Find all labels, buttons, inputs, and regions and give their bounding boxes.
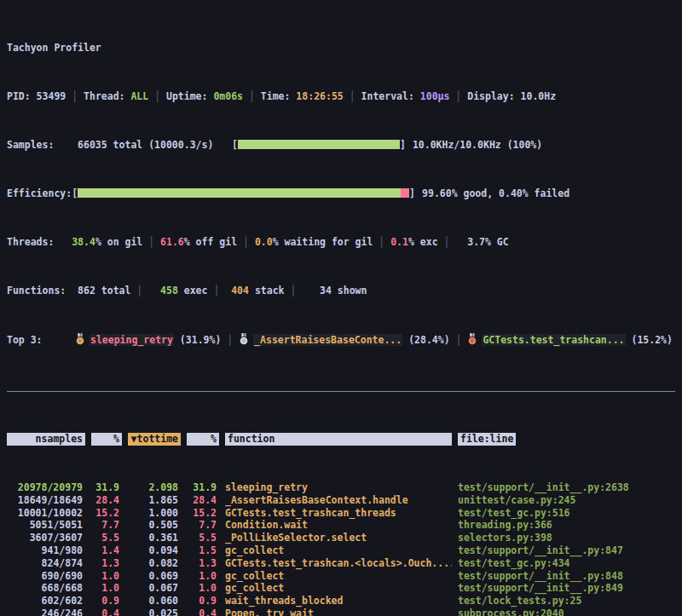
cell-cumulative-pct: 28.4 bbox=[187, 494, 219, 507]
col-header-cumulative-pct[interactable]: % bbox=[187, 433, 219, 446]
text-segment: 34 shown bbox=[320, 285, 367, 296]
cell-file-line: test/test_gc.py:434 bbox=[458, 557, 675, 570]
efficiency-bar-open-bracket: [ bbox=[72, 187, 78, 199]
cell-nsamples: 602/602 bbox=[7, 595, 85, 607]
cell-tottime: 1.000 bbox=[128, 507, 181, 520]
functions-line: Functions: 862 total │ 458 exec │ 404 st… bbox=[7, 285, 675, 297]
table-row: 3607/36075.50.3615.5_PollLikeSelector.se… bbox=[7, 532, 675, 544]
cell-direct-pct: 1.0 bbox=[91, 582, 122, 595]
samples-rate-bar bbox=[238, 140, 400, 149]
cell-cumulative-pct: 1.0 bbox=[187, 582, 219, 595]
top3-separator: │ bbox=[221, 334, 239, 346]
table-row: 18649/1864928.41.86528.4_AssertRaisesBas… bbox=[7, 494, 675, 507]
cell-nsamples: 941/980 bbox=[7, 544, 85, 557]
text-segment: % waiting for gil bbox=[273, 236, 379, 248]
cell-nsamples: 10001/10002 bbox=[7, 507, 85, 520]
cell-function: GCTests.test_trashcan.<locals>.Ouch.... bbox=[225, 557, 452, 570]
col-header-tottime-sorted[interactable]: ▼tottime bbox=[128, 433, 181, 446]
status-meta-line: PID: 53499 │ Thread: ALL │ Uptime: 0m06s… bbox=[7, 90, 675, 103]
separator-line bbox=[7, 391, 675, 392]
samples-stats: Samples: 66035 total (10000.3/s) bbox=[7, 139, 232, 152]
cell-direct-pct: 31.9 bbox=[91, 481, 122, 494]
text-segment: 18:26:55 bbox=[296, 90, 343, 102]
text-segment: 404 bbox=[231, 285, 249, 296]
table-row: 10001/1000215.21.00015.2GCTests.test_tra… bbox=[7, 507, 675, 520]
col-header-function[interactable]: function bbox=[225, 433, 452, 446]
top3-percentage: (31.9%) bbox=[174, 334, 221, 346]
cell-direct-pct: 1.3 bbox=[91, 557, 122, 570]
cell-nsamples: 5051/5051 bbox=[7, 519, 85, 532]
threads-line: Threads: 38.4% on gil │ 61.6% off gil │ … bbox=[7, 236, 675, 249]
text-segment bbox=[243, 90, 249, 102]
cell-direct-pct: 0.9 bbox=[91, 595, 122, 607]
text-segment bbox=[249, 236, 255, 248]
cell-nsamples: 20978/20979 bbox=[7, 481, 85, 494]
table-row: 5051/50517.70.5057.7Condition.waitthread… bbox=[7, 519, 675, 532]
text-segment: 100µs bbox=[420, 90, 450, 102]
col-header-direct-pct[interactable]: % bbox=[91, 433, 122, 446]
table-row: 668/6681.00.0671.0gc_collecttest/support… bbox=[7, 582, 675, 595]
samples-line: Samples: 66035 total (10000.3/s)[]10.0KH… bbox=[7, 139, 675, 152]
table-row: 941/9801.40.0941.5gc_collecttest/support… bbox=[7, 544, 675, 557]
text-segment: 3.7 bbox=[467, 236, 485, 248]
efficiency-bar-close-bracket: ] bbox=[409, 187, 415, 199]
cell-cumulative-pct: 31.9 bbox=[187, 481, 219, 494]
top3-percentage: (15.2%) bbox=[626, 334, 673, 346]
cell-tottime: 2.098 bbox=[128, 481, 181, 494]
efficiency-bar bbox=[78, 188, 409, 198]
cell-file-line: threading.py:366 bbox=[458, 519, 675, 532]
cell-direct-pct: 28.4 bbox=[91, 494, 122, 507]
cell-function: Popen._try_wait bbox=[225, 607, 452, 616]
text-segment: ALL bbox=[130, 90, 148, 102]
cell-direct-pct: 1.4 bbox=[91, 544, 122, 557]
cell-function: gc_collect bbox=[225, 570, 452, 583]
text-segment: 61.6 bbox=[160, 236, 184, 248]
cell-file-line: test/test_gc.py:516 bbox=[458, 507, 675, 520]
bronze-medal-icon bbox=[467, 333, 477, 345]
top3-percentage: (28.4%) bbox=[402, 334, 449, 346]
table-body: 20978/2097931.92.09831.9sleeping_retryte… bbox=[7, 481, 675, 616]
cell-file-line: selectors.py:398 bbox=[458, 532, 675, 544]
efficiency-line: Efficiency:[]99.60% good, 0.40% failed bbox=[7, 187, 675, 200]
cell-direct-pct: 1.0 bbox=[91, 570, 122, 583]
text-segment bbox=[142, 285, 160, 296]
cell-function: _AssertRaisesBaseContext.handle bbox=[225, 494, 452, 507]
cell-file-line: test/support/__init__.py:2638 bbox=[458, 481, 675, 494]
text-segment bbox=[449, 236, 467, 248]
cell-function: gc_collect bbox=[225, 544, 452, 557]
col-header-nsamples[interactable]: nsamples bbox=[7, 433, 85, 446]
samples-bar-fill bbox=[238, 140, 400, 149]
cell-cumulative-pct: 0.9 bbox=[187, 595, 219, 607]
cell-function: Condition.wait bbox=[225, 519, 452, 532]
silver-medal-icon bbox=[239, 333, 249, 345]
col-header-file-wrap: file:line bbox=[458, 433, 675, 446]
top3-item: _AssertRaisesBaseConte... (28.4%) bbox=[239, 334, 449, 346]
cell-direct-pct: 0.4 bbox=[91, 607, 122, 616]
cell-file-line: unittest/case.py:245 bbox=[458, 494, 675, 507]
cell-tottime: 0.069 bbox=[128, 570, 181, 583]
cell-cumulative-pct: 5.5 bbox=[187, 532, 219, 544]
table-row: 824/8741.30.0821.3GCTests.test_trashcan.… bbox=[7, 557, 675, 570]
cell-tottime: 0.094 bbox=[128, 544, 181, 557]
cell-function: gc_collect bbox=[225, 582, 452, 595]
cell-tottime: 0.025 bbox=[128, 607, 181, 616]
cell-tottime: 0.060 bbox=[128, 595, 181, 607]
cell-direct-pct: 7.7 bbox=[91, 519, 122, 532]
text-segment: 0m06s bbox=[213, 90, 243, 102]
col-header-file-line[interactable]: file:line bbox=[458, 433, 516, 446]
cell-cumulative-pct: 7.7 bbox=[187, 519, 219, 532]
app-title: Tachyon Profiler bbox=[7, 42, 675, 55]
cell-function: sleeping_retry bbox=[225, 481, 452, 494]
cell-file-line: test/support/__init__.py:847 bbox=[458, 544, 675, 557]
table-header: nsamples % ▼tottime % function file:line bbox=[7, 433, 675, 446]
text-segment: 0.1 bbox=[390, 236, 408, 248]
top3-items: sleeping_retry (31.9%) │ _AssertRaisesBa… bbox=[75, 334, 673, 346]
cell-nsamples: 668/668 bbox=[7, 582, 85, 595]
top3-function-name: GCTests.test_trashcan... bbox=[482, 334, 625, 346]
table-row: 246/2460.40.0250.4Popen._try_waitsubproc… bbox=[7, 607, 675, 616]
text-segment: Display: bbox=[461, 90, 520, 102]
cell-nsamples: 690/690 bbox=[7, 570, 85, 583]
cell-nsamples: 246/246 bbox=[7, 607, 85, 616]
cell-tottime: 1.865 bbox=[128, 494, 181, 507]
cell-nsamples: 3607/3607 bbox=[7, 532, 85, 544]
